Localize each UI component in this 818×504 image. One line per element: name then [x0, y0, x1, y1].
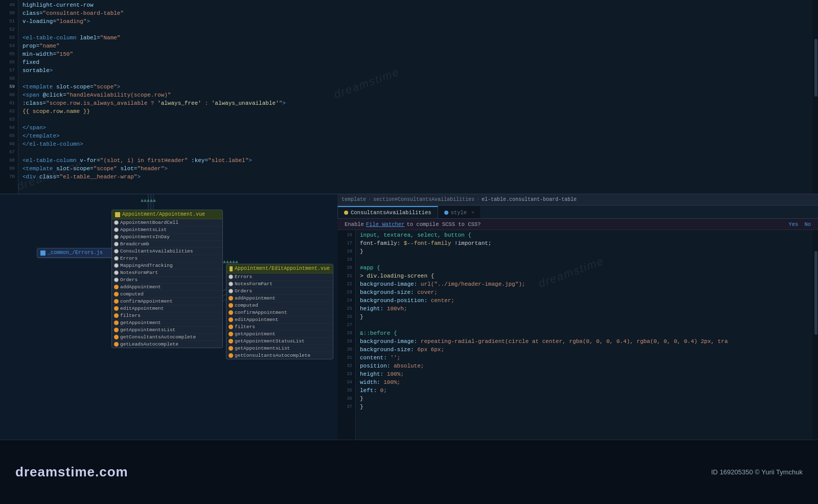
- code-line: [360, 321, 814, 329]
- code-line: left: 0;: [360, 386, 814, 395]
- line-numbers: 49 50 51 52 53 54 55 56 57 58 59 60 61 6…: [0, 0, 18, 194]
- node-appointment: Appointment/Appointment.vue AppointmentB…: [111, 210, 223, 348]
- code-line: }: [360, 313, 814, 321]
- code-line: }: [360, 247, 814, 256]
- tab-dot: [344, 211, 348, 215]
- node-row: getAppointment: [112, 319, 222, 327]
- scrollbar-thumb-bottom[interactable]: [814, 251, 817, 335]
- footer: dreamstime.com ID 169205350 © Yurii Tymc…: [0, 440, 818, 504]
- node-row: getAppointmentsList: [226, 345, 333, 352]
- tab-label: ConsultantsAvailabilities: [351, 210, 431, 216]
- node-row: editAppointment: [226, 316, 333, 324]
- node-row: AppointmentsInDay: [112, 234, 222, 241]
- node-row: addAppointment: [112, 284, 222, 291]
- code-line: font-family: $--font-family !important;: [360, 239, 814, 247]
- code-line: min-width="150": [22, 50, 814, 58]
- footer-author: Yurii Tymchuk: [761, 468, 803, 476]
- node-row: getConsultantsAutocomplete: [226, 352, 333, 359]
- code-line: [22, 26, 814, 34]
- code-line: content: '';: [360, 354, 814, 362]
- node-row: computed: [226, 302, 333, 309]
- tab-style[interactable]: style ✕: [438, 206, 481, 218]
- code-line: <span @click="handleAvailability(scope.r…: [22, 91, 814, 99]
- code-line: height: 100%;: [360, 370, 814, 378]
- code-line: > div.loading-screen {: [360, 272, 814, 280]
- filewatcher-no-button[interactable]: No: [804, 221, 811, 227]
- breadcrumb-section: section#ConsultantsAvailabilities: [373, 197, 474, 202]
- breadcrumb-separator: ›: [368, 197, 371, 202]
- code-line: fixed: [22, 58, 814, 66]
- node-row: filters: [112, 312, 222, 319]
- code-line: prop="name": [22, 42, 814, 50]
- code-line: background-image: repeating-radial-gradi…: [360, 337, 814, 346]
- code-line: <el-table-column label="Name": [22, 34, 814, 42]
- tab-close-button[interactable]: ✕: [471, 210, 474, 215]
- code-line: {{ scope.row.name }}: [22, 107, 814, 116]
- node-row: MappingAndTracking: [112, 262, 222, 269]
- node-row: editAppointment: [112, 305, 222, 312]
- code-line: [22, 116, 814, 124]
- node-row: Orders: [226, 288, 333, 295]
- breadcrumb-active: el-table.consultant-board-table: [482, 197, 577, 202]
- node-row: confirmAppointment: [226, 309, 333, 316]
- code-line: <div class="el-table__header-wrap">: [22, 173, 814, 181]
- node-row: NotesFormPart: [112, 269, 222, 277]
- code-editor-top: 49 50 51 52 53 54 55 56 57 58 59 60 61 6…: [0, 0, 818, 194]
- filewatcher-text: Enable: [345, 221, 364, 227]
- node-row: NotesFormPart: [226, 281, 333, 288]
- filewatcher-link[interactable]: File Watcher: [366, 221, 405, 227]
- code-line: background-size: 6px 6px;: [360, 346, 814, 354]
- code-line: height: 100vh;: [360, 305, 814, 313]
- node-row: addAppointment: [226, 295, 333, 302]
- filewatcher-yes-button[interactable]: Yes: [788, 221, 798, 227]
- code-editor-bottom: 16 17 18 19 20 21 22 23 24 25 26 27 28 2…: [337, 230, 818, 440]
- code-line: <el-table-column v-for="(slot, i) in fir…: [22, 156, 814, 165]
- filewatcher-bar: Enable File Watcher to compile SCSS to C…: [337, 219, 818, 230]
- code-line: background-position: center;: [360, 296, 814, 305]
- node-row: confirmAppointment: [112, 298, 222, 305]
- node-row: getAppointmentsList: [112, 327, 222, 334]
- node-row: getLeadsAutocomplete: [112, 341, 222, 348]
- node-edit-appointment-header: Appointment/EditAppointment.vue: [226, 264, 333, 273]
- node-row: AppointmentBoardCell: [112, 219, 222, 226]
- line-numbers-bottom: 16 17 18 19 20 21 22 23 24 25 26 27 28 2…: [337, 230, 356, 440]
- code-line: highlight-current-row: [22, 1, 814, 9]
- code-content-top: highlight-current-row class="consultant-…: [18, 0, 818, 194]
- code-line: class="consultant-board-table": [22, 9, 814, 17]
- code-line: width: 100%;: [360, 378, 814, 386]
- tab-consultants[interactable]: ConsultantsAvailabilities: [337, 206, 438, 218]
- code-line: position: absolute;: [360, 362, 814, 370]
- node-row: computed: [112, 291, 222, 298]
- svg-text:▲▲▲▲▲: ▲▲▲▲▲: [141, 198, 156, 203]
- node-row: getConsultantsAutocomplete: [112, 334, 222, 341]
- code-line: <template slot-scope="scope" slot="heade…: [22, 165, 814, 173]
- node-row: ConsultantsAvailabilities: [112, 248, 222, 255]
- node-row: Errors: [226, 273, 333, 281]
- node-appointment-header: Appointment/Appointment.vue: [112, 210, 222, 219]
- tab-label: style: [451, 210, 467, 216]
- code-line: <template slot-scope="scope">: [22, 83, 814, 91]
- code-line: sortable>: [22, 66, 814, 75]
- code-line: [22, 148, 814, 156]
- code-line: [22, 75, 814, 83]
- code-content-bottom: input, textarea, select, button { font-f…: [356, 230, 818, 440]
- scrollbar-bottom[interactable]: [813, 230, 818, 440]
- logo-text: dreamstime.com: [15, 464, 128, 480]
- code-line: background-image: url("../img/header-ima…: [360, 280, 814, 288]
- code-line: input, textarea, select, button {: [360, 231, 814, 239]
- tab-dot: [444, 211, 448, 215]
- scrollbar-thumb[interactable]: [814, 39, 817, 97]
- code-line: v-loading="loading">: [22, 17, 814, 26]
- footer-id-label: ID: [711, 468, 718, 476]
- node-row: filters: [226, 324, 333, 331]
- code-line: #app {: [360, 264, 814, 272]
- code-line: }: [360, 395, 814, 403]
- code-line: </el-table-column>: [22, 140, 814, 148]
- code-line: </template>: [22, 132, 814, 140]
- footer-id: ID 169205350 © Yurii Tymchuk: [711, 468, 803, 476]
- node-row: Breadcrumb: [112, 241, 222, 248]
- footer-id-number: 169205350: [720, 468, 753, 476]
- filewatcher-text2: to compile SCSS to CSS?: [406, 221, 481, 227]
- code-line: &::before {: [360, 329, 814, 337]
- scrollbar-top[interactable]: [813, 0, 818, 194]
